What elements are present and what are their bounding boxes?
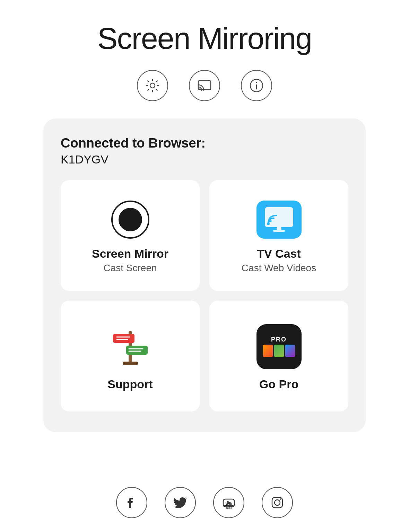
support-title: Support <box>107 378 153 391</box>
go-pro-icon: PRO <box>256 324 302 369</box>
screen-mirror-button[interactable]: Screen Mirror Cast Screen <box>61 180 200 291</box>
svg-point-25 <box>275 500 280 505</box>
support-button[interactable]: Support <box>61 301 200 411</box>
instagram-button[interactable] <box>262 487 293 518</box>
info-button[interactable] <box>241 70 272 101</box>
svg-rect-20 <box>224 505 234 506</box>
main-card: Connected to Browser: K1DYGV Screen Mirr… <box>43 118 366 432</box>
tv-cast-icon <box>256 201 302 239</box>
svg-point-6 <box>267 222 270 225</box>
tv-cast-title: TV Cast <box>257 247 301 260</box>
svg-point-0 <box>150 83 155 88</box>
page-title: Screen Mirroring <box>97 21 312 56</box>
settings-button[interactable] <box>137 70 168 101</box>
cast-button[interactable] <box>189 70 220 101</box>
app-grid: Screen Mirror Cast Screen <box>61 180 348 411</box>
svg-rect-10 <box>123 362 138 365</box>
twitter-button[interactable] <box>165 487 196 518</box>
go-pro-button[interactable]: PRO Go Pro <box>209 301 348 411</box>
facebook-button[interactable] <box>116 487 147 518</box>
screen-mirror-subtitle: Cast Screen <box>103 263 157 274</box>
support-icon <box>110 324 151 369</box>
connected-label: Connected to Browser: <box>61 136 348 151</box>
youtube-button[interactable]: You Tube <box>213 487 244 518</box>
tv-cast-button[interactable]: TV Cast Cast Web Videos <box>209 180 348 291</box>
screen-mirror-title: Screen Mirror <box>92 247 168 260</box>
top-icon-bar <box>137 70 272 101</box>
connected-section: Connected to Browser: K1DYGV <box>61 136 348 166</box>
svg-rect-7 <box>277 227 281 230</box>
connected-id: K1DYGV <box>61 153 348 166</box>
svg-rect-8 <box>273 230 285 232</box>
svg-point-4 <box>256 82 257 83</box>
svg-point-26 <box>280 498 281 500</box>
tv-cast-subtitle: Cast Web Videos <box>242 263 316 274</box>
screen-mirror-icon <box>111 201 149 239</box>
go-pro-title: Go Pro <box>259 378 298 391</box>
social-bar: You Tube <box>116 466 293 532</box>
